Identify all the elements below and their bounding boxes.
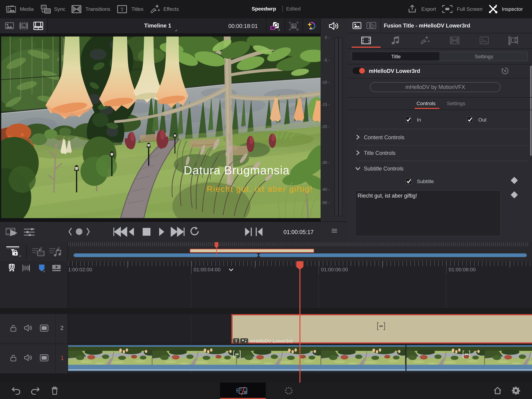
svg-text:Datura Brugmansia: Datura Brugmansia: [184, 164, 290, 177]
svg-text:T: T: [120, 6, 124, 12]
svg-text:Riecht gut, ist aber giftig!: Riecht gut, ist aber giftig!: [207, 184, 313, 193]
